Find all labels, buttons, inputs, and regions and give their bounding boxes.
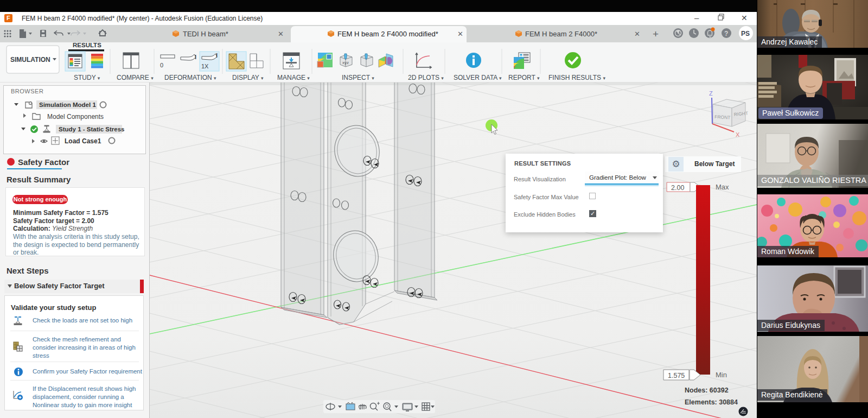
svg-text:I: I [195, 54, 196, 60]
svg-text:0: 0 [160, 62, 163, 68]
svg-text:Study 1 - Static Stress: Study 1 - Static Stress [59, 126, 124, 132]
svg-text:TEDI H beam*: TEDI H beam* [183, 30, 228, 38]
svg-text:Simulation Model 1: Simulation Model 1 [39, 102, 96, 108]
svg-text:1X: 1X [201, 63, 209, 69]
svg-text:Load Case1: Load Case1 [65, 137, 101, 145]
svg-text:Z: Z [709, 90, 713, 97]
svg-text:Model Components: Model Components [47, 113, 104, 121]
svg-text:xyz: xyz [342, 60, 349, 65]
svg-text:FEM H beam 2 F4000 modified*: FEM H beam 2 F4000 modified* [337, 30, 438, 38]
svg-text:✕: ✕ [457, 30, 463, 38]
svg-text:RESULTS: RESULTS [73, 42, 101, 48]
svg-text:✕: ✕ [634, 30, 640, 38]
svg-text:✕: ✕ [278, 30, 284, 38]
svg-text:?: ? [724, 30, 728, 37]
svg-text:X: X [736, 131, 740, 138]
svg-text:PS: PS [741, 30, 750, 37]
svg-text:+: + [653, 28, 659, 40]
svg-text:FRONT: FRONT [714, 114, 731, 121]
svg-text:I: I [216, 52, 218, 59]
svg-text:2.00: 2.00 [671, 184, 684, 192]
svg-text:1.575: 1.575 [668, 372, 685, 379]
svg-text:FEM H beam 2 F4000*: FEM H beam 2 F4000* [525, 30, 597, 38]
svg-text:SIMULATION: SIMULATION [10, 56, 50, 64]
